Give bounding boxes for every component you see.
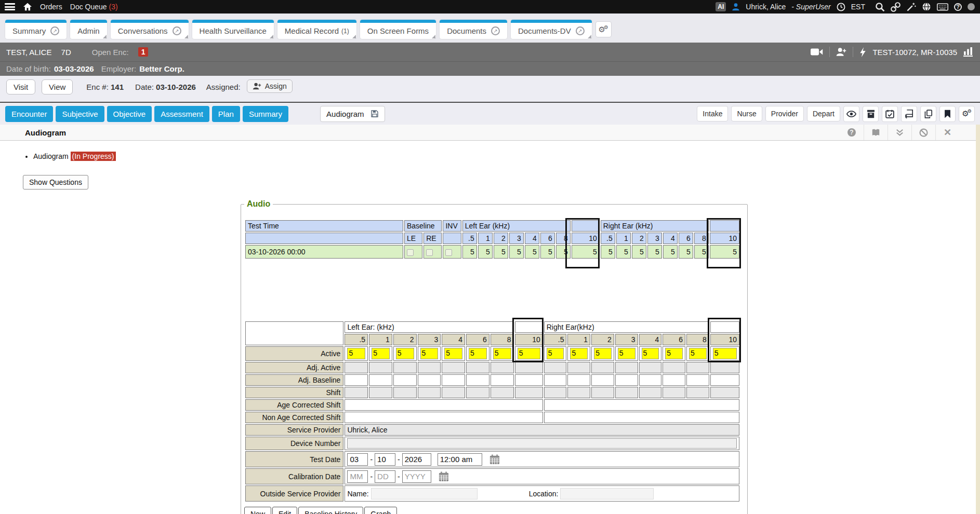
archive-icon[interactable] <box>863 106 879 122</box>
tab-settings-gear-icon[interactable]: ⚙⚙ <box>595 21 612 37</box>
active-threshold-input[interactable]: 5 <box>642 348 659 359</box>
baseline-history-button[interactable]: Baseline History <box>298 507 363 514</box>
tab-documents[interactable]: Documents ↗ <box>440 20 507 39</box>
adj-baseline-cell[interactable] <box>345 374 368 386</box>
device-number-input[interactable] <box>347 438 737 449</box>
active-threshold-input[interactable]: 5 <box>570 348 588 359</box>
active-threshold-input[interactable]: 5 <box>665 348 683 359</box>
provider-button[interactable]: Provider <box>765 106 804 121</box>
nav-assessment-button[interactable]: Assessment <box>154 106 209 122</box>
adj-baseline-cell[interactable] <box>393 374 417 386</box>
external-link-icon[interactable]: ↗ <box>173 26 181 35</box>
adj-baseline-cell[interactable] <box>686 374 709 386</box>
nurse-button[interactable]: Nurse <box>731 106 762 121</box>
tab-documents-dv[interactable]: Documents-DV ↗ <box>511 20 592 39</box>
link-icon[interactable] <box>891 2 900 12</box>
external-link-icon[interactable]: ↗ <box>576 26 585 35</box>
menu-item-orders[interactable]: Orders <box>40 3 62 11</box>
adj-baseline-cell[interactable] <box>544 374 567 386</box>
threshold-cell[interactable]: 5 <box>540 245 555 259</box>
threshold-cell[interactable]: 5 <box>494 245 508 259</box>
section-help-icon[interactable]: ? <box>840 125 864 140</box>
test-date-month-input[interactable] <box>347 453 368 466</box>
inv-checkbox[interactable] <box>445 249 452 256</box>
timezone-label[interactable]: EST <box>851 3 865 11</box>
external-link-icon[interactable]: ↗ <box>491 26 500 35</box>
calibration-day-input[interactable] <box>375 470 395 483</box>
tab-admin[interactable]: Admin <box>70 20 107 39</box>
visit-button[interactable]: Visit <box>6 79 35 94</box>
keyboard-icon[interactable] <box>937 3 948 11</box>
threshold-cell[interactable]: 5 <box>679 245 693 259</box>
audio-test-row[interactable]: 03-10-2026 00:00 5 5 5 5 5 5 5 5 5 5 5 5… <box>245 245 739 259</box>
active-threshold-input[interactable]: 5 <box>547 348 564 359</box>
open-enc-badge[interactable]: 1 <box>138 47 149 57</box>
adj-baseline-cell[interactable] <box>567 374 590 386</box>
threshold-cell[interactable]: 5 <box>663 245 678 259</box>
adj-baseline-cell[interactable] <box>442 374 465 386</box>
nav-plan-button[interactable]: Plan <box>212 106 240 122</box>
re-checkbox[interactable] <box>426 249 433 256</box>
active-threshold-input[interactable]: 5 <box>444 348 462 359</box>
tab-medical-record[interactable]: Medical Record (1) <box>277 20 356 39</box>
inv-cell[interactable] <box>443 245 461 259</box>
adj-baseline-cell[interactable] <box>369 374 392 386</box>
adj-baseline-cell[interactable] <box>710 374 739 386</box>
intake-button[interactable]: Intake <box>697 106 728 121</box>
test-time-value[interactable]: 03-10-2026 00:00 <box>245 245 403 259</box>
tab-conversations[interactable]: Conversations ↗ <box>111 20 189 39</box>
threshold-cell[interactable]: 5 <box>462 245 477 259</box>
nav-objective-button[interactable]: Objective <box>107 106 152 122</box>
threshold-cell[interactable]: 5 <box>478 245 493 259</box>
close-icon[interactable]: ✕ <box>935 125 959 140</box>
section-book-icon[interactable] <box>864 125 888 140</box>
hamburger-menu-icon[interactable] <box>5 3 15 10</box>
tab-health-surveillance[interactable]: Health Surveillance <box>192 20 274 39</box>
nav-encounter-button[interactable]: Encounter <box>5 106 53 122</box>
external-link-icon[interactable]: ↗ <box>50 26 59 35</box>
active-threshold-input[interactable]: 5 <box>618 348 635 359</box>
nav-summary-button[interactable]: Summary <box>243 106 288 122</box>
baseline-le-cell[interactable] <box>404 245 422 259</box>
audiogram-list-item[interactable]: Audiogram (In Progress) <box>33 152 976 160</box>
disable-icon[interactable] <box>911 125 935 140</box>
adj-baseline-cell[interactable] <box>615 374 638 386</box>
bolt-icon[interactable] <box>859 47 866 57</box>
book-icon[interactable] <box>901 106 917 122</box>
outside-location-input[interactable] <box>560 488 654 499</box>
calendar-check-icon[interactable] <box>882 106 898 122</box>
test-date-year-input[interactable] <box>402 453 431 466</box>
calendar-icon[interactable] <box>439 471 449 482</box>
depart-button[interactable]: Depart <box>807 106 840 121</box>
adj-baseline-cell[interactable] <box>591 374 614 386</box>
wand-icon[interactable] <box>906 2 916 12</box>
copy-icon[interactable] <box>920 106 936 122</box>
adj-baseline-cell[interactable] <box>663 374 685 386</box>
show-questions-button[interactable]: Show Questions <box>23 175 88 190</box>
outside-name-input[interactable] <box>371 488 478 499</box>
active-threshold-input[interactable]: 5 <box>469 348 487 359</box>
active-threshold-input[interactable]: 5 <box>689 348 707 359</box>
tab-on-screen-forms[interactable]: On Screen Forms <box>360 20 436 39</box>
calibration-month-input[interactable] <box>347 470 368 483</box>
assign-button[interactable]: Assign <box>247 79 293 93</box>
audiogram-item-label[interactable]: Audiogram <box>33 152 71 160</box>
edit-button[interactable]: Edit <box>272 507 297 514</box>
collapse-chevrons-icon[interactable] <box>888 125 911 140</box>
active-threshold-input[interactable]: 5 <box>420 348 439 359</box>
chart-icon[interactable] <box>963 47 973 57</box>
baseline-re-cell[interactable] <box>423 245 442 259</box>
adj-baseline-cell[interactable] <box>491 374 514 386</box>
add-person-icon[interactable] <box>836 47 846 57</box>
video-camera-icon[interactable] <box>811 48 823 56</box>
home-icon[interactable] <box>23 3 32 11</box>
scrollbar-track[interactable] <box>976 125 980 514</box>
new-button[interactable]: New <box>244 507 271 514</box>
view-button[interactable]: View <box>42 79 73 94</box>
ai-badge[interactable]: AI <box>716 2 726 11</box>
eye-icon[interactable] <box>843 106 859 122</box>
gears-icon[interactable]: ⚙⚙ <box>959 106 975 122</box>
threshold-cell[interactable]: 5 <box>525 245 539 259</box>
search-icon[interactable] <box>875 2 885 12</box>
test-time-input[interactable] <box>438 453 482 466</box>
